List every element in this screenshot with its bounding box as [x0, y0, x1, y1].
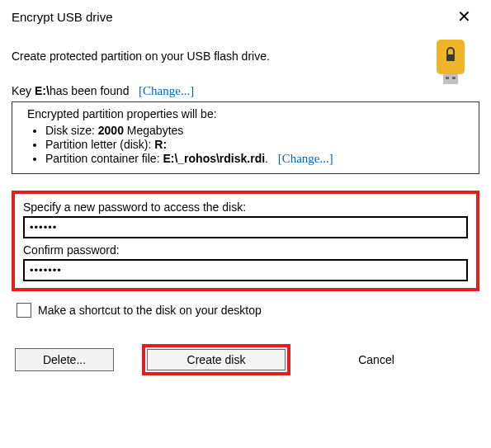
confirm-password-input[interactable]: [23, 259, 468, 281]
confirm-password-label: Confirm password:: [23, 243, 468, 257]
shortcut-label: Make a shortcut to the disk on your desk…: [38, 304, 262, 317]
svg-rect-1: [443, 74, 458, 84]
svg-rect-4: [446, 54, 455, 61]
window-title: Encrypt USB drive: [12, 10, 113, 24]
usb-lock-icon: [433, 36, 468, 90]
delete-button[interactable]: Delete...: [15, 348, 114, 371]
partition-properties-box: Encrypted partition properties will be: …: [12, 101, 479, 174]
close-icon[interactable]: ✕: [449, 7, 479, 26]
change-container-link[interactable]: [Change...]: [278, 152, 333, 165]
password-input[interactable]: [23, 216, 468, 238]
prop-disk-size: Disk size: 2000 Megabytes: [45, 124, 470, 137]
password-label: Specify a new password to access the dis…: [23, 200, 468, 214]
properties-heading: Encrypted partition properties will be:: [27, 107, 470, 120]
change-key-link[interactable]: [Change...]: [139, 84, 194, 97]
prop-container-file: Partition container file: E:\_rohos\rdis…: [45, 152, 470, 166]
svg-rect-3: [452, 77, 456, 79]
description-text: Create protected partition on your USB f…: [12, 50, 479, 63]
prop-partition-letter: Partition letter (disk): R:: [45, 138, 470, 151]
shortcut-checkbox[interactable]: [17, 303, 31, 318]
svg-rect-2: [446, 77, 449, 79]
password-section: Specify a new password to access the dis…: [12, 191, 479, 291]
key-found-line: Key E:\has been found [Change...]: [12, 84, 479, 98]
cancel-button[interactable]: Cancel: [319, 349, 434, 370]
create-disk-button[interactable]: Create disk: [142, 344, 290, 375]
